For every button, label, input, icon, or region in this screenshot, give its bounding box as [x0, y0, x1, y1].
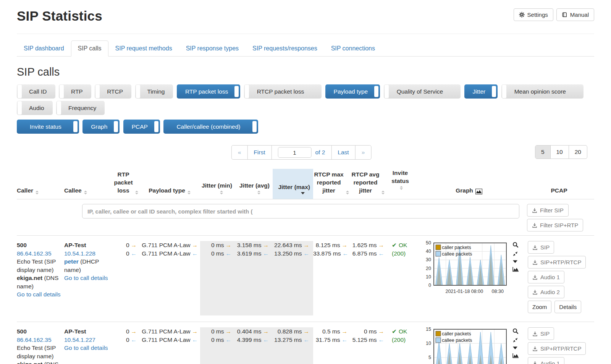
col-header-callee[interactable]: Callee [64, 169, 113, 199]
caller-ip-link[interactable]: 86.64.162.35 [17, 336, 52, 343]
pager-first[interactable]: First [247, 146, 271, 159]
arrow-left-icon [263, 250, 269, 257]
caret-down-icon[interactable] [512, 260, 518, 264]
area-chart-icon [475, 189, 482, 194]
toggle-payload-type[interactable]: Payload type [325, 84, 380, 99]
tab-sip-connections[interactable]: SIP connections [324, 40, 382, 57]
pcap-sip-rtp-rtcp-button[interactable]: SIP+RTP/RTCP [528, 342, 586, 355]
sort-icon [400, 186, 403, 190]
col-header-rtcp-max-jitter[interactable]: RTCP max reported jitter [313, 169, 350, 199]
sort-icon [84, 191, 87, 194]
toggle-caller-callee-combined[interactable]: Caller/callee (combined) [163, 120, 258, 134]
sort-icon [381, 191, 385, 194]
filter-sip-button[interactable]: Filter SIP [527, 204, 569, 217]
toggle-invite-status[interactable]: Invite status [17, 120, 79, 134]
col-header-rtcp-avg-jitter[interactable]: RTCP avg reported jitter [350, 169, 386, 199]
caller-details-link[interactable]: Go to call details [17, 291, 61, 298]
pcap-audio1-button[interactable]: Audio 1 [528, 271, 564, 283]
manual-button[interactable]: Manual [556, 8, 594, 21]
pager-last[interactable]: Last [331, 146, 355, 159]
sort-icon [220, 191, 223, 194]
toggle-jitter[interactable]: Jitter [464, 84, 498, 99]
rtp-packet-loss-cell: 0 0 [113, 241, 139, 315]
toggle-audio[interactable]: Audio [17, 101, 53, 115]
sort-icon [135, 191, 138, 194]
tab-bar: SIP dashboard SIP calls SIP request meth… [17, 40, 594, 57]
col-header-caller[interactable]: Caller [17, 169, 64, 199]
pcap-sip-button[interactable]: SIP [528, 327, 554, 340]
settings-button[interactable]: Settings [514, 8, 553, 21]
toggle-rtcp[interactable]: RTCP [95, 84, 131, 99]
toggle-pcap[interactable]: PCAP [123, 120, 160, 134]
packets-graph-thumbnail[interactable]: 051015caller packetscallee packets2021-0… [421, 327, 508, 364]
area-chart-icon[interactable] [512, 353, 519, 358]
pcap-sip-rtp-rtcp-button[interactable]: SIP+RTP/RTCP [528, 256, 586, 269]
packets-graph-thumbnail[interactable]: 01020304050caller packetscallee packets2… [421, 241, 508, 294]
pcap-sip-button[interactable]: SIP [528, 241, 554, 254]
download-icon [532, 275, 538, 280]
sip-calls-table: Caller Callee RTP packet loss Payload ty… [17, 169, 594, 364]
toggle-rtp[interactable]: RTP [59, 84, 91, 99]
page-size-20[interactable]: 20 [569, 146, 587, 159]
sort-icon [36, 191, 39, 194]
tab-sip-dashboard[interactable]: SIP dashboard [17, 40, 71, 57]
col-header-rtp-packet-loss[interactable]: RTP packet loss [113, 169, 139, 199]
arrow-right-icon [342, 328, 348, 335]
toggle-timing[interactable]: Timing [135, 84, 173, 99]
details-button[interactable]: Details [554, 301, 581, 313]
col-header-invite-status[interactable]: Invite status [386, 169, 414, 199]
toggle-frequency[interactable]: Frequency [56, 101, 105, 115]
header-divider [17, 34, 594, 34]
callee-details-link[interactable]: Go to call details [64, 345, 108, 351]
download-icon [532, 223, 537, 228]
callee-ip-link[interactable]: 10.54.1.228 [64, 250, 95, 257]
page-number-input[interactable] [278, 147, 311, 158]
arrow-left-icon [304, 336, 310, 343]
page-header: SIP Statistics Settings [17, 0, 594, 24]
toggle-rtcp-packet-loss[interactable]: RTCP packet loss [244, 84, 322, 99]
area-chart-icon[interactable] [512, 267, 519, 272]
callee-ip-link[interactable]: 10.54.1.227 [64, 336, 95, 343]
filter-sip-rtp-button[interactable]: Filter SIP+RTP [527, 219, 583, 231]
pcap-audio1-button[interactable]: Audio 1 [528, 357, 564, 364]
collapse-graph-icon[interactable] [512, 337, 518, 343]
jitter-min-cell: 0 ms 0 ms [200, 241, 235, 315]
tab-sip-calls[interactable]: SIP calls [71, 40, 108, 57]
callee-details-link[interactable]: Go to call details [64, 275, 108, 281]
callee-cell: AP-Test 10.54.1.228 peter (DHCP name) Go… [64, 241, 113, 315]
pager-prev[interactable]: « [232, 146, 247, 159]
search-input[interactable] [82, 204, 519, 218]
col-header-payload-type[interactable]: Payload type [139, 169, 200, 199]
svg-text:caller packets: caller packets [442, 245, 471, 250]
payload-type-cell: G.711 PCM A-Law G.711 PCM A-Law [139, 327, 200, 364]
caller-cell: 500 86.64.162.35 Echo Test (SIP display … [17, 241, 64, 315]
toggle-call-id[interactable]: Call ID [17, 84, 55, 99]
pcap-audio2-button[interactable]: Audio 2 [528, 286, 564, 298]
toggle-rtp-packet-loss[interactable]: RTP packet loss [177, 84, 240, 99]
tab-sip-response-types[interactable]: SIP response types [179, 40, 246, 57]
filter-row: Filter SIP Filter SIP+RTP [17, 199, 594, 235]
caret-down-icon[interactable] [512, 346, 518, 350]
col-header-jitter-avg[interactable]: Jitter (avg) [235, 169, 273, 199]
zoom-graph-icon[interactable] [512, 242, 519, 248]
col-header-jitter-max[interactable]: Jitter (max) [273, 169, 313, 199]
caller-ip-link[interactable]: 86.64.162.35 [17, 250, 52, 257]
collapse-graph-icon[interactable] [512, 251, 518, 257]
zoom-graph-icon[interactable] [512, 328, 519, 334]
col-header-jitter-min[interactable]: Jitter (min) [200, 169, 235, 199]
toggle-mean-opinion-score[interactable]: Mean opinion score [501, 84, 584, 99]
graph-cell: 051015caller packetscallee packets2021-0… [414, 327, 524, 364]
toggle-graph[interactable]: Graph [82, 120, 120, 134]
page-size-5[interactable]: 5 [535, 146, 550, 159]
arrow-left-icon [378, 250, 385, 257]
pager-next[interactable]: » [355, 146, 371, 159]
page-size-10[interactable]: 10 [550, 146, 569, 159]
arrow-right-icon [263, 328, 269, 335]
arrow-left-icon [131, 250, 137, 257]
tab-sip-request-methods[interactable]: SIP request methods [108, 40, 179, 57]
tab-sip-requests-responses[interactable]: SIP requests/responses [246, 40, 324, 57]
callee-name: AP-Test [64, 241, 110, 249]
zoom-button[interactable]: Zoom [528, 301, 551, 313]
toggle-quality-of-service[interactable]: Quality of Service [384, 84, 461, 99]
gear-icon [519, 12, 525, 18]
